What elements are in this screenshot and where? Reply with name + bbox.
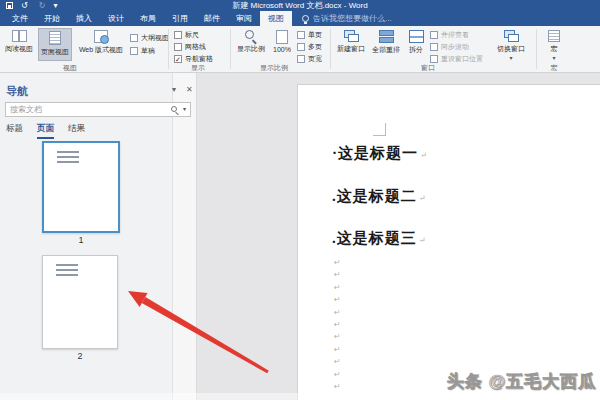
tab-mailings[interactable]: 邮件: [196, 11, 228, 26]
one-page-icon: [297, 31, 305, 39]
toutiao-watermark: 头条 @五毛大西瓜: [447, 370, 596, 393]
empty-paragraph-marks: ↵↵↵↵↵↵↵↵↵↵↵: [334, 257, 341, 393]
title-bar: 新建 Microsoft Word 文档.docx - Word ↺▾ ↻ ▾: [0, 0, 600, 11]
ribbon: 阅读视图 页面视图 Web 版式视图 大纲视图 草稿 视图 标尺 网格线 ✓ 导…: [0, 26, 600, 73]
print-layout-button[interactable]: 页面视图: [38, 28, 72, 61]
thumbnail-2-text-lines: [56, 264, 78, 276]
search-icon[interactable]: [171, 106, 179, 114]
navtab-pages[interactable]: 页面: [37, 123, 54, 139]
new-window-icon: [344, 30, 359, 42]
synchronous-scrolling-icon: [430, 43, 438, 51]
tab-file[interactable]: 文件: [4, 11, 36, 26]
paragraph-mark: ↵: [419, 236, 426, 245]
tab-review[interactable]: 审阅: [228, 11, 260, 26]
tab-home[interactable]: 开始: [36, 11, 68, 26]
page-width-button[interactable]: 页宽: [297, 53, 322, 64]
lightbulb-icon: [302, 15, 309, 22]
zoom-100-icon: [276, 30, 288, 44]
paragraph-mark: ↵: [420, 151, 427, 160]
view-side-by-side-button[interactable]: 并排查看: [430, 29, 469, 40]
view-side-by-side-icon: [430, 31, 438, 39]
quick-access-toolbar: ↺▾ ↻ ▾: [6, 1, 57, 10]
save-icon[interactable]: [6, 2, 13, 9]
undo-icon[interactable]: ↺▾: [21, 1, 31, 10]
page-thumbnail-1-number: 1: [42, 235, 120, 245]
zoom-icon: [245, 30, 257, 42]
web-layout-button[interactable]: Web 版式视图: [75, 28, 127, 61]
new-window-button[interactable]: 新建窗口: [334, 28, 368, 61]
search-placeholder: 搜索文档: [10, 104, 171, 115]
multiple-pages-button[interactable]: 多页: [297, 41, 322, 52]
zoom-group-label: 显示比例: [248, 63, 300, 73]
customize-qat-icon[interactable]: ▾: [53, 1, 57, 10]
margin-corner-mark: [373, 123, 386, 136]
tell-me-box[interactable]: 告诉我您想要做什么...: [292, 11, 392, 26]
switch-windows-icon: [504, 30, 519, 42]
document-page[interactable]: ·这是标题一↵ .这是标题二↵ .这是标题三↵ ↵↵↵↵↵↵↵↵↵↵↵: [297, 84, 600, 400]
search-dropdown-icon[interactable]: ▾: [183, 107, 186, 112]
split-icon: [409, 30, 424, 43]
navigation-pane-checkbox-box: ✓: [174, 55, 182, 63]
document-heading-2[interactable]: .这是标题二↵: [332, 187, 425, 206]
draft-view-button[interactable]: 草稿: [130, 45, 155, 56]
macros-dropdown-icon: ▾: [552, 56, 555, 61]
navtab-headings[interactable]: 标题: [6, 123, 23, 139]
paragraph-mark: ↵: [419, 194, 426, 203]
ruler-checkbox-box: [174, 31, 182, 39]
document-heading-3[interactable]: .这是标题三↵: [332, 229, 425, 248]
outline-view-button[interactable]: 大纲视图: [130, 32, 169, 43]
tab-layout[interactable]: 布局: [132, 11, 164, 26]
navigation-pane-options-icon[interactable]: ▾: [172, 85, 176, 94]
zoom-button[interactable]: 显示比例: [234, 28, 268, 61]
page-thumbnail-2[interactable]: [42, 255, 118, 349]
gridlines-checkbox[interactable]: 网格线: [174, 41, 206, 53]
ruler-checkbox[interactable]: 标尺: [174, 29, 199, 41]
views-group-label: 视图: [40, 63, 100, 73]
navigation-pane: 导航 ▾ ✕ 搜索文档 ▾ 标题 页面 结果 1 2: [0, 73, 197, 400]
redo-icon[interactable]: ↻: [39, 1, 46, 10]
multiple-pages-icon: [297, 43, 305, 51]
navigation-pane-close-icon[interactable]: ✕: [186, 85, 193, 94]
page-thumbnail-1[interactable]: [42, 141, 120, 233]
tab-insert[interactable]: 插入: [68, 11, 100, 26]
thumbnail-1-text-lines: [57, 151, 79, 163]
navigation-scrollbar[interactable]: [172, 73, 196, 400]
read-mode-icon: [12, 30, 27, 42]
navigation-pane-title: 导航: [6, 84, 28, 99]
macros-icon: [548, 30, 560, 42]
page-thumbnail-2-number: 2: [41, 351, 119, 361]
navigation-tabs: 标题 页面 结果: [6, 123, 85, 139]
reset-window-position-icon: [430, 55, 438, 63]
ribbon-tab-row: 文件 开始 插入 设计 布局 引用 邮件 审阅 视图 告诉我您想要做什么...: [0, 11, 600, 26]
read-mode-button[interactable]: 阅读视图: [3, 28, 35, 61]
tab-design[interactable]: 设计: [100, 11, 132, 26]
zoom-100-button[interactable]: 100%: [269, 28, 295, 61]
web-layout-icon: [94, 30, 108, 43]
split-button[interactable]: 拆分: [404, 28, 428, 61]
search-document-input[interactable]: 搜索文档 ▾: [5, 102, 191, 117]
arrange-all-icon: [379, 30, 394, 43]
navtab-results[interactable]: 结果: [68, 123, 85, 139]
tab-view[interactable]: 视图: [260, 11, 292, 26]
macros-button[interactable]: 宏 ▾: [542, 28, 566, 61]
window-group-label: 窗口: [408, 63, 448, 73]
document-heading-1[interactable]: ·这是标题一↵: [332, 144, 427, 163]
print-layout-icon: [49, 31, 61, 45]
switch-windows-button[interactable]: 切换窗口 ▾: [494, 28, 528, 61]
outline-view-icon: [130, 34, 138, 42]
synchronous-scrolling-button[interactable]: 同步滚动: [430, 41, 469, 52]
draft-view-icon: [130, 47, 138, 55]
tell-me-label: 告诉我您想要做什么...: [313, 13, 392, 24]
one-page-button[interactable]: 单页: [297, 29, 322, 40]
bottom-edge-strip: [0, 393, 600, 400]
tab-references[interactable]: 引用: [164, 11, 196, 26]
window-title: 新建 Microsoft Word 文档.docx - Word: [0, 1, 600, 10]
document-area: ·这是标题一↵ .这是标题二↵ .这是标题三↵ ↵↵↵↵↵↵↵↵↵↵↵: [197, 73, 600, 400]
switch-windows-dropdown-icon: ▾: [509, 56, 512, 61]
page-width-icon: [297, 55, 305, 63]
gridlines-checkbox-box: [174, 43, 182, 51]
macros-group-label: 宏: [544, 63, 564, 73]
arrange-all-button[interactable]: 全部重排: [369, 28, 403, 61]
show-group-label: 显示: [176, 63, 220, 73]
